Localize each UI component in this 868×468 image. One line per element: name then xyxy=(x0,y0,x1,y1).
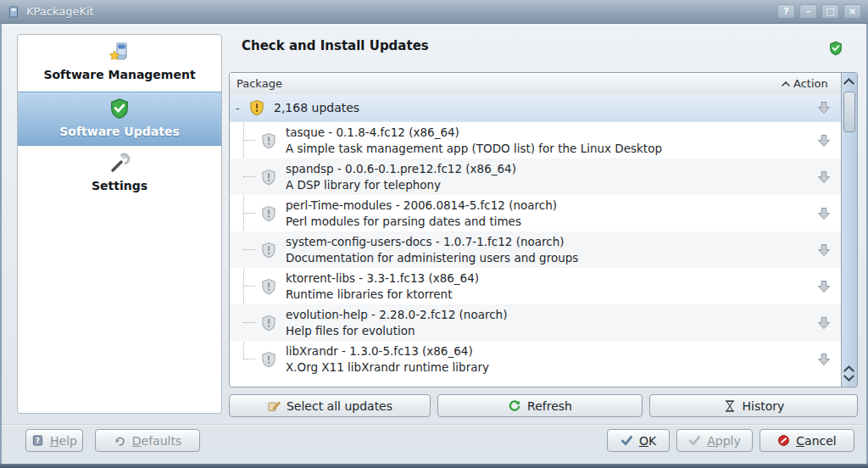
update-action-icon[interactable] xyxy=(817,134,831,148)
scroll-up-icon[interactable] xyxy=(843,365,854,373)
select-all-label: Select all updates xyxy=(287,399,392,413)
undo-icon xyxy=(114,434,126,447)
update-action-icon[interactable] xyxy=(817,280,831,293)
updates-count-label: 2,168 updates xyxy=(274,101,359,114)
column-header-package[interactable]: Package xyxy=(230,77,782,90)
vertical-scrollbar[interactable] xyxy=(841,73,857,387)
sidebar-item-software-updates[interactable]: Software Updates xyxy=(18,92,221,146)
updates-list: Package Action - 2,168 updates tasque - … xyxy=(229,72,858,387)
update-action-icon[interactable] xyxy=(817,316,831,330)
updates-status-shield-icon xyxy=(828,41,843,56)
cancel-label: Cancel xyxy=(796,434,836,448)
package-row[interactable]: tasque - 0.1.8-4.fc12 (x86_64) A simple … xyxy=(230,122,841,159)
package-row[interactable]: libXrandr - 1.3.0-5.fc13 (x86_64) X.Org … xyxy=(230,341,841,377)
sidebar-item-label: Software Updates xyxy=(18,125,221,138)
update-action-icon[interactable] xyxy=(817,170,831,184)
package-name: spandsp - 0.0.6-0.1.pre12.fc12 (x86_64) xyxy=(286,161,516,177)
update-available-icon xyxy=(260,132,277,149)
updates-warning-icon xyxy=(248,99,265,116)
package-name: ktorrent-libs - 3.3-1.fc13 (x86_64) xyxy=(286,270,479,287)
ok-button[interactable]: OK xyxy=(607,429,670,452)
apply-check-icon xyxy=(688,434,701,447)
kpackagekit-window: KPackageKit ? – □ × Software Management … xyxy=(0,0,868,468)
sidebar-item-software-management[interactable]: Software Management xyxy=(18,35,221,86)
apply-button[interactable]: Apply xyxy=(676,429,753,452)
help-icon xyxy=(31,434,44,447)
package-description: Documentation for administering users an… xyxy=(286,250,578,266)
window-title: KPackageKit xyxy=(26,5,94,18)
scrollbar-thumb[interactable] xyxy=(843,92,855,132)
update-action-icon[interactable] xyxy=(817,101,831,114)
update-available-icon xyxy=(260,205,277,222)
list-rows: - 2,168 updates tasque - 0.1.8-4.fc12 (x… xyxy=(230,94,841,387)
cancel-icon xyxy=(777,434,790,447)
package-row[interactable]: spandsp - 0.0.6-0.1.pre12.fc12 (x86_64) … xyxy=(230,159,841,195)
help-label: Help xyxy=(50,434,77,448)
sidebar: Software Management Software Updates Set… xyxy=(17,34,222,414)
update-available-icon xyxy=(260,169,277,186)
refresh-icon xyxy=(508,399,521,413)
ok-check-icon xyxy=(620,434,633,447)
update-action-icon[interactable] xyxy=(817,243,831,257)
cancel-button[interactable]: Cancel xyxy=(760,429,854,452)
package-description: Help files for evolution xyxy=(286,323,507,339)
update-available-icon xyxy=(260,278,277,295)
package-row[interactable]: system-config-users-docs - 1.0.7-1.fc12 … xyxy=(230,231,841,268)
defaults-label: Defaults xyxy=(132,434,181,448)
minimize-button[interactable]: – xyxy=(799,4,817,19)
history-icon xyxy=(723,399,737,413)
select-all-updates-button[interactable]: Select all updates xyxy=(229,394,431,417)
shield-check-icon xyxy=(108,98,131,120)
column-header-action-label: Action xyxy=(793,77,828,90)
package-row[interactable]: perl-Time-modules - 2006.0814-5.fc12 (no… xyxy=(230,195,841,231)
sidebar-item-label: Software Management xyxy=(18,68,221,81)
scroll-down-icon[interactable] xyxy=(843,374,854,382)
titlebar-help-button[interactable]: ? xyxy=(777,4,795,19)
defaults-button[interactable]: Defaults xyxy=(95,429,200,452)
window-border-left xyxy=(0,24,2,464)
package-name: tasque - 0.1.8-4.fc12 (x86_64) xyxy=(286,125,662,141)
maximize-button[interactable]: □ xyxy=(821,4,839,19)
package-description: A simple task management app (TODO list)… xyxy=(286,141,662,157)
close-button[interactable]: × xyxy=(843,4,861,19)
select-all-icon xyxy=(267,399,281,413)
update-action-icon[interactable] xyxy=(817,207,831,220)
sidebar-item-label: Settings xyxy=(18,179,221,192)
updates-group-row[interactable]: - 2,168 updates xyxy=(230,94,841,122)
column-header-action[interactable]: Action xyxy=(782,77,841,90)
sort-ascending-icon xyxy=(782,81,790,86)
history-label: History xyxy=(743,399,785,413)
scroll-up-icon[interactable] xyxy=(843,77,854,86)
page-title: Check and Install Updates xyxy=(242,38,429,53)
window-border-bottom xyxy=(0,464,868,468)
footer-divider-highlight xyxy=(2,425,866,426)
software-management-icon xyxy=(108,41,131,63)
ok-label: OK xyxy=(639,434,656,448)
sidebar-item-settings[interactable]: Settings xyxy=(18,146,221,198)
list-header[interactable]: Package Action xyxy=(230,73,841,95)
package-name: libXrandr - 1.3.0-5.fc13 (x86_64) xyxy=(286,343,489,359)
refresh-button[interactable]: Refresh xyxy=(437,394,643,417)
collapse-expander[interactable]: - xyxy=(236,102,244,114)
history-button[interactable]: History xyxy=(649,394,858,417)
app-icon xyxy=(7,5,20,19)
package-description: Runtime libraries for ktorrent xyxy=(286,287,479,303)
package-description: X.Org X11 libXrandr runtime library xyxy=(286,359,489,376)
help-button[interactable]: Help xyxy=(25,429,83,452)
update-available-icon xyxy=(260,351,277,368)
package-name: perl-Time-modules - 2006.0814-5.fc12 (no… xyxy=(286,198,557,214)
update-available-icon xyxy=(260,242,277,259)
package-row[interactable]: ktorrent-libs - 3.3-1.fc13 (x86_64) Runt… xyxy=(230,268,841,304)
package-description: A DSP library for telephony xyxy=(286,177,516,193)
refresh-label: Refresh xyxy=(527,399,572,413)
titlebar[interactable]: KPackageKit ? – □ × xyxy=(0,0,868,24)
package-name: evolution-help - 2.28.0-2.fc12 (noarch) xyxy=(286,307,507,323)
package-description: Perl modules for parsing dates and times xyxy=(286,214,557,230)
update-action-icon[interactable] xyxy=(817,353,831,366)
update-available-icon xyxy=(260,315,277,332)
wrench-icon xyxy=(108,152,131,174)
apply-label: Apply xyxy=(707,434,741,448)
package-row[interactable]: evolution-help - 2.28.0-2.fc12 (noarch) … xyxy=(230,304,841,341)
package-name: system-config-users-docs - 1.0.7-1.fc12 … xyxy=(286,234,578,250)
